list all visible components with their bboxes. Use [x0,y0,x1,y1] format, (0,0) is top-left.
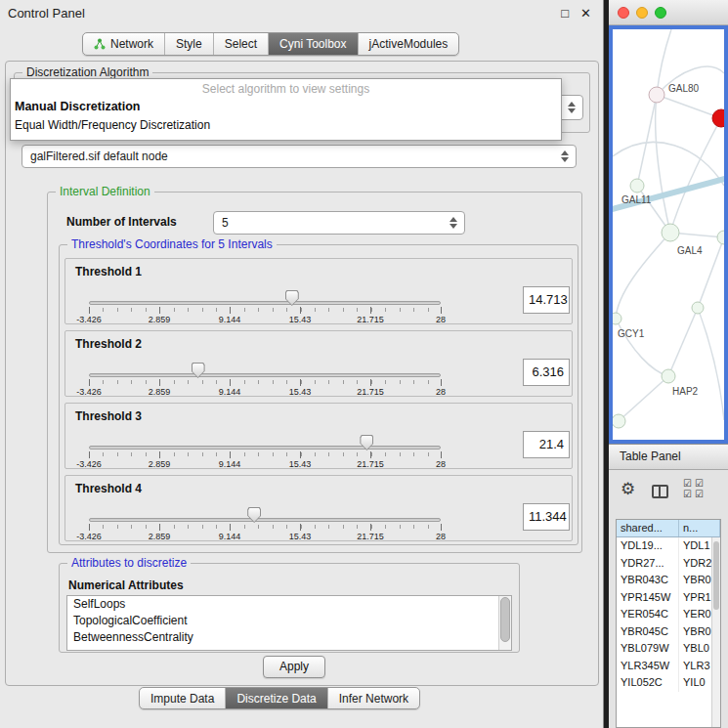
slider-scale: -3.4262.8599.14415.4321.71528 [89,315,441,324]
threshold-value-field[interactable]: 6.316 [523,359,570,386]
zoom-traffic-light[interactable] [655,7,666,19]
control-panel-titlebar[interactable]: Control Panel [0,0,603,25]
columns-icon[interactable] [652,485,668,498]
table-row[interactable]: YDR27...YDR2 [617,555,720,573]
column-visibility-checkboxes[interactable]: ☑ ☑ ☑ ☑ [683,478,707,499]
scale-label: 28 [436,532,446,541]
table-row[interactable]: YER054CYER0 [617,606,720,623]
major-tick [441,451,442,458]
table-row[interactable]: YIL052CYIL0 [617,674,720,692]
scale-label: 9.144 [219,459,241,469]
slider-track[interactable] [89,518,441,522]
table-cell[interactable]: YDL19... [617,537,679,555]
table-cell[interactable]: YER054C [617,606,679,623]
dropdown-option-manual[interactable]: Manual Discretization [11,98,561,116]
table-scrollbar[interactable] [711,537,720,727]
list-scrollbar[interactable] [498,596,511,650]
major-tick [230,451,231,458]
table-cell[interactable]: YDR27... [617,555,679,573]
table-row[interactable]: YBR043CYBR0 [617,572,720,589]
network-node[interactable] [613,414,625,428]
group-title: Interval Definition [56,185,154,198]
scale-label: 2.859 [149,387,171,397]
close-traffic-light[interactable] [618,7,629,19]
table-rows: YDL19...YDL1YDR27...YDR2YBR043CYBR0YPR14… [617,537,720,692]
column-header-shared-name[interactable]: shared... [617,520,679,536]
threshold-value-field[interactable]: 11.344 [523,503,570,531]
table-row[interactable]: YBL079WYBL0 [617,640,720,658]
attributes-list[interactable]: SelfLoopsTopologicalCoefficientBetweenne… [66,595,512,651]
network-window-titlebar[interactable] [609,0,728,25]
table-row[interactable]: YPR145WYPR1 [617,589,720,607]
major-tick [230,379,231,386]
num-intervals-select[interactable]: 5 [213,211,465,235]
minimize-traffic-light[interactable] [636,7,648,19]
table-row[interactable]: YLR345WYLR3 [617,658,720,675]
network-node[interactable] [649,87,664,103]
threshold-row: Threshold 4 -3.4262.8599.14415.4321.7152… [64,475,573,541]
apply-button[interactable]: Apply [263,656,325,678]
checkbox-icon[interactable]: ☑ [683,489,695,499]
column-header-name[interactable]: n... [679,520,720,536]
group-title: Discretization Algorithm [22,65,152,79]
checkbox-icon[interactable]: ☑ [695,489,707,499]
tab-cyni-toolbox[interactable]: Cyni Toolbox [268,33,357,55]
list-item[interactable]: TopologicalCoefficient [67,613,511,629]
table-cell[interactable]: YPR145W [617,589,679,607]
tab-label: Infer Network [339,692,408,706]
table-cell[interactable]: YIL052C [617,674,679,692]
major-tick [89,307,90,314]
tab-impute-data[interactable]: Impute Data [140,688,225,708]
slider-scale: -3.4262.8599.14415.4321.71528 [89,532,441,541]
slider-scale: -3.4262.8599.14415.4321.71528 [89,387,441,397]
network-node[interactable] [717,231,724,244]
slider-track[interactable] [89,373,441,377]
network-node[interactable] [613,313,621,324]
dropdown-option-equal-width[interactable]: Equal Width/Frequency Discretization [11,116,561,135]
close-icon[interactable]: ✕ [580,6,591,21]
threshold-value-field[interactable]: 14.713 [523,286,570,314]
scrollbar-thumb[interactable] [500,597,510,642]
table-cell[interactable]: YBR045C [617,623,679,641]
network-view[interactable]: GAL80 GAL11 GAL4 GCY1 HAP2 [609,25,728,444]
slider-track[interactable] [89,301,441,305]
scale-label: 15.43 [289,532,312,541]
table-panel-header[interactable]: Table Panel [609,444,728,470]
network-node[interactable] [630,179,644,193]
node-table: shared... n... YDL19...YDL1YDR27...YDR2Y… [616,519,721,728]
table-cell[interactable]: YBL079W [617,640,679,658]
checkbox-icon[interactable]: ☑ [683,478,695,489]
tab-jactivemodules[interactable]: jActiveModules [358,33,459,55]
tab-select[interactable]: Select [213,33,268,55]
list-item[interactable]: SelfLoops [67,596,511,613]
network-node[interactable] [662,369,675,383]
network-node[interactable] [692,302,704,314]
slider-track[interactable] [89,446,441,450]
tab-label: Network [110,37,153,51]
scale-label: 21.715 [357,315,384,324]
gear-icon[interactable]: ⚙ [621,481,635,497]
list-item[interactable]: BetweennessCentrality [67,629,511,646]
major-tick [370,451,371,458]
tab-network[interactable]: Network [83,33,164,55]
slider-major-ticks [89,524,441,532]
table-cell[interactable]: YLR345W [617,658,679,675]
table-panel-body: ⚙ ☑ ☑ ☑ ☑ shared... n... YDL19...YDL1YDR… [609,470,728,728]
selected-network-node[interactable] [712,109,724,127]
tab-label: jActiveModules [369,37,449,51]
table-cell[interactable]: YBR043C [617,572,679,589]
scrollbar-thumb[interactable] [713,541,719,610]
checkbox-icon[interactable]: ☑ [695,478,707,489]
network-node-labels: GAL80 GAL11 GAL4 GCY1 HAP2 [618,83,703,397]
tab-discretize-data[interactable]: Discretize Data [225,688,326,708]
table-data-select[interactable]: galFiltered.sif default node [21,145,577,168]
tab-infer-network[interactable]: Infer Network [327,688,419,708]
tab-style[interactable]: Style [164,33,213,55]
table-row[interactable]: YBR045CYBR0 [617,623,720,641]
network-node[interactable] [662,224,679,241]
table-row[interactable]: YDL19...YDL1 [617,537,720,555]
control-panel-window: Control Panel □ ✕ Network Style Select C… [0,0,604,728]
float-window-icon[interactable]: □ [561,6,569,21]
major-tick [300,451,301,458]
threshold-value-field[interactable]: 21.4 [523,431,570,458]
